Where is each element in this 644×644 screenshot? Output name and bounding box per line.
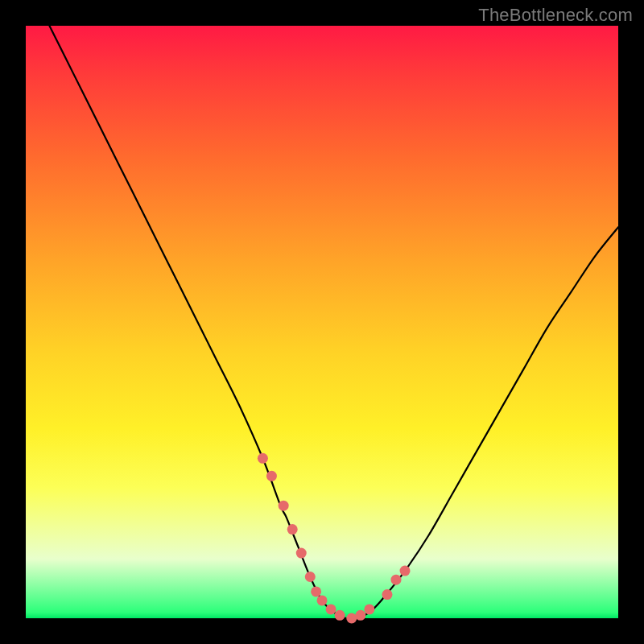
curve-marker (305, 572, 316, 582)
bottleneck-curve-svg (26, 26, 618, 618)
curve-marker (326, 604, 336, 614)
curve-marker (346, 613, 357, 624)
curve-marker (335, 610, 345, 621)
curve-marker (364, 604, 374, 614)
curve-marker (279, 501, 289, 511)
curve-marker (391, 575, 402, 585)
plot-area (26, 26, 618, 618)
curve-marker (355, 610, 365, 621)
watermark-text: TheBottleneck.com (478, 5, 633, 26)
curve-marker (287, 524, 298, 535)
curve-marker (296, 548, 307, 559)
curve-marker (311, 586, 321, 597)
curve-marker (258, 453, 268, 464)
curve-marker (400, 566, 411, 576)
curve-marker (266, 471, 277, 481)
chart-frame: TheBottleneck.com (0, 0, 644, 644)
curve-marker (317, 595, 328, 605)
curve-markers (258, 453, 411, 624)
bottleneck-curve (49, 26, 618, 619)
curve-marker (382, 589, 392, 600)
